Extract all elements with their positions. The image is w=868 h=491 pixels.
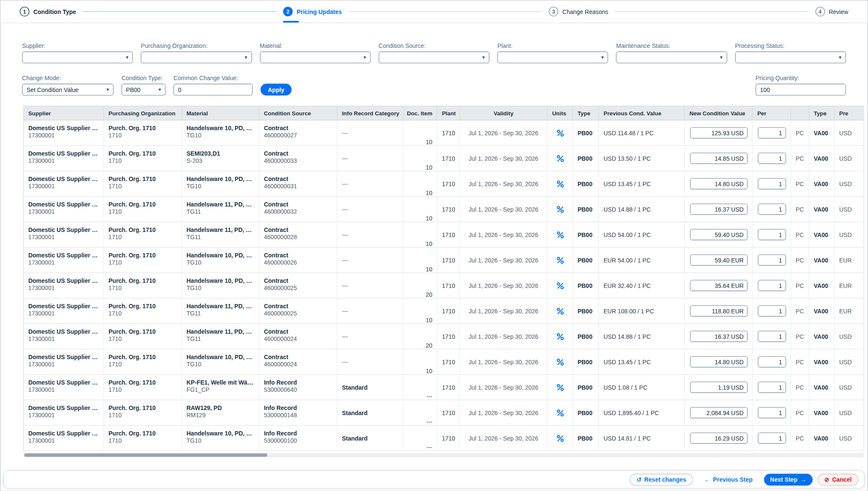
per-input[interactable]: [758, 280, 786, 291]
purchasing-organization-select[interactable]: ▾: [141, 51, 252, 63]
units-icon[interactable]: [553, 178, 567, 190]
new-condition-value-input[interactable]: [690, 204, 748, 215]
per-input[interactable]: [758, 127, 786, 139]
per-input[interactable]: [758, 356, 786, 368]
col-header-doc-item[interactable]: Doc. Item: [403, 106, 437, 120]
per-input[interactable]: [758, 178, 786, 190]
apply-button[interactable]: Apply: [261, 84, 292, 95]
new-condition-value-input[interactable]: [690, 153, 748, 164]
col-header-previous-cond-value[interactable]: Previous Cond. Value: [599, 106, 685, 120]
condition-source-cell: Contract4600000032: [259, 197, 337, 222]
per-input[interactable]: [758, 204, 786, 215]
previous-step-button[interactable]: ← Previous Step: [698, 474, 759, 485]
material-cell: RAW129, PDRM129: [182, 400, 259, 425]
new-condition-value-input[interactable]: [690, 127, 748, 139]
chevron-down-icon: ▾: [245, 55, 247, 60]
condition-type-cell: PB00: [573, 426, 599, 451]
new-condition-value-input[interactable]: [690, 229, 748, 240]
step-connector: [615, 11, 808, 12]
col-header-plant[interactable]: Plant: [437, 106, 460, 120]
units-icon[interactable]: [553, 127, 567, 139]
col-header-new-condition-value[interactable]: New Condition Value: [685, 106, 753, 120]
chevron-down-icon: ▾: [126, 55, 128, 60]
col-header-per[interactable]: Per: [753, 106, 791, 120]
col-header-type[interactable]: Type: [573, 106, 599, 120]
col-header-type-2[interactable]: Type: [809, 106, 835, 120]
supplier-cell: Domestic US Supplier 1 (...17300001: [24, 146, 104, 171]
new-condition-value-input[interactable]: [690, 305, 748, 317]
purchasing-organization-cell: Purch. Org. 17101710: [104, 248, 182, 273]
supplier-select[interactable]: ▾: [22, 51, 133, 63]
units-icon[interactable]: [553, 382, 567, 393]
next-step-button[interactable]: Next Step →: [764, 474, 812, 485]
per-input[interactable]: [758, 331, 786, 342]
horizontal-scrollbar-thumb[interactable]: [24, 453, 267, 457]
new-condition-value-input[interactable]: [690, 432, 748, 444]
new-condition-value-input[interactable]: [690, 280, 748, 291]
doc-item-cell: 10: [403, 197, 437, 222]
supplier-cell: Domestic US Supplier 1 (...17300001: [24, 375, 104, 400]
col-header-previous-truncated[interactable]: Pre: [835, 106, 864, 120]
material-select[interactable]: ▾: [260, 51, 371, 63]
per-unit-cell: PC: [791, 146, 810, 171]
per-cell: [753, 248, 791, 273]
calculation-type-cell: VA00: [809, 248, 835, 273]
per-input[interactable]: [758, 254, 786, 266]
cancel-button[interactable]: ⊘ Cancel: [818, 474, 858, 485]
condition-source-select[interactable]: ▾: [378, 51, 490, 63]
step-condition-type[interactable]: 1 Condition Type: [20, 0, 76, 22]
change-mode-select[interactable]: Set Condition Value▾: [22, 84, 114, 95]
common-change-value-input[interactable]: [173, 84, 253, 95]
units-icon[interactable]: [553, 356, 567, 368]
per-input[interactable]: [758, 382, 786, 393]
per-input[interactable]: [758, 407, 786, 418]
step-pricing-updates[interactable]: 2 Pricing Updates: [283, 0, 342, 22]
processing-status-select[interactable]: ▾: [735, 51, 846, 63]
previous-condition-value-cell: USD 13.45 / 1 PC: [599, 171, 685, 196]
new-condition-value-input[interactable]: [690, 407, 748, 418]
per-cell: [753, 324, 791, 349]
info-record-category-cell: Standard: [337, 400, 403, 425]
col-header-supplier[interactable]: Supplier: [24, 106, 104, 120]
per-cell: [753, 120, 791, 145]
new-condition-value-input[interactable]: [690, 178, 748, 190]
units-icon[interactable]: [553, 254, 567, 266]
per-input[interactable]: [758, 432, 786, 444]
col-header-per-unit[interactable]: [791, 106, 810, 120]
per-input[interactable]: [758, 229, 786, 240]
units-icon[interactable]: [553, 153, 567, 164]
col-header-purchasing-organization[interactable]: Purchasing Organization: [104, 106, 182, 120]
condition-type-cell: PB00: [573, 222, 599, 247]
col-header-validity[interactable]: Validity: [460, 106, 548, 120]
new-condition-value-input[interactable]: [690, 331, 748, 342]
new-condition-value-input[interactable]: [690, 356, 748, 368]
units-icon[interactable]: [553, 331, 567, 342]
col-header-condition-source[interactable]: Condition Source: [259, 106, 337, 120]
plant-select[interactable]: ▾: [497, 51, 608, 63]
pricing-quantity-input[interactable]: [756, 84, 846, 95]
horizontal-scrollbar[interactable]: [23, 453, 864, 458]
per-input[interactable]: [758, 153, 786, 164]
condition-type-select[interactable]: PB00▾: [122, 84, 166, 95]
col-header-units[interactable]: Units: [548, 106, 573, 120]
col-header-material[interactable]: Material: [182, 106, 259, 120]
units-icon[interactable]: [553, 305, 567, 317]
reset-changes-button[interactable]: ↺ Reset changes: [630, 474, 693, 485]
maintenance-status-select[interactable]: ▾: [616, 51, 727, 63]
chevron-down-icon: ▾: [159, 87, 161, 92]
validity-cell: Jul 1, 2026 - Sep 30, 2026: [460, 400, 548, 425]
new-condition-value-input[interactable]: [690, 382, 748, 393]
units-icon[interactable]: [553, 229, 567, 240]
units-icon[interactable]: [553, 432, 567, 444]
units-icon[interactable]: [553, 280, 567, 291]
new-condition-value-input[interactable]: [690, 254, 748, 266]
units-icon[interactable]: [553, 204, 567, 215]
units-icon[interactable]: [553, 407, 567, 418]
per-input[interactable]: [758, 305, 786, 317]
step-change-reasons[interactable]: 3 Change Reasons: [549, 0, 608, 22]
previous-condition-value-cell: USD 114.48 / 1 PC: [599, 120, 685, 145]
col-header-info-record-category[interactable]: Info Record Category: [337, 106, 403, 120]
step-review[interactable]: 4 Review: [815, 0, 848, 22]
condition-type-cell: PB00: [573, 171, 599, 196]
filter-processing-status: Processing Status: ▾: [735, 42, 846, 63]
